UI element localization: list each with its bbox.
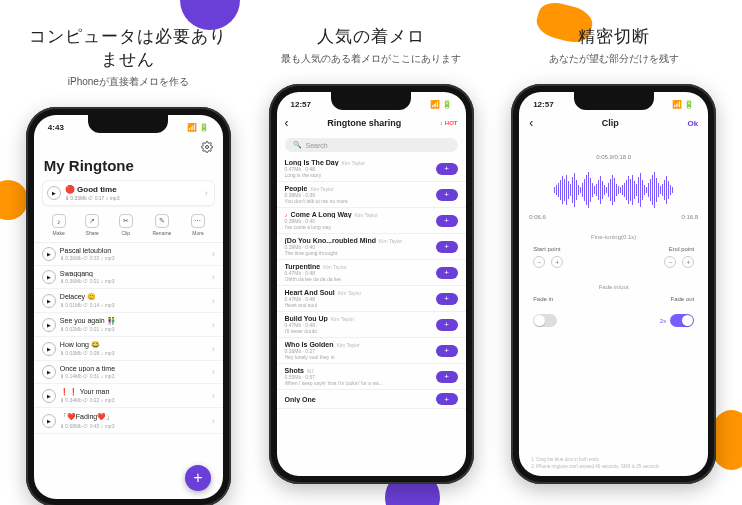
list-item[interactable]: ▶How long 😂⬇ 0.03Mb ⏱ 0:28 ♪ mp3›	[34, 337, 223, 361]
svg-point-0	[205, 146, 208, 149]
row-title: Pascal letoublon	[60, 247, 208, 254]
row-sub: I'll never doubt	[285, 328, 431, 334]
action-rename[interactable]: ✎Rename	[152, 214, 171, 236]
row-sub: When I keep sayin' that I'm lookin' for …	[285, 380, 431, 386]
row-title: Shots	[285, 367, 304, 374]
fade-in-toggle[interactable]	[533, 314, 557, 327]
chevron-right-icon: ›	[212, 249, 215, 259]
play-icon[interactable]: ▶	[42, 294, 56, 308]
hot-tab[interactable]: ↕ HOT	[440, 120, 458, 126]
list-item[interactable]: (Do You Kno...roubled MindKim Taylor0.39…	[277, 234, 466, 260]
phone-frame: 12:57 📶🔋 ‹ Clip Ok 0:05.9/0:18.0 0:06.6 …	[511, 84, 716, 484]
row-meta: ⬇ 0.01Mb ⏱ 0:14 ♪ mp3	[60, 302, 208, 308]
list-item[interactable]: ▶See you again 👫⬇ 0.02Mb ⏱ 0:21 ♪ mp3›	[34, 313, 223, 337]
row-artist: Kim Taylor	[331, 316, 354, 322]
list-item[interactable]: ShotsMJ0.55Mb · 0:57When I keep sayin' t…	[277, 364, 466, 390]
list-item[interactable]: TurpentineKim Taylor0.47Mb · 0:48Ohhh da…	[277, 260, 466, 286]
list-item[interactable]: Long Is The DayKim Taylor0.47Mb · 0:48Lo…	[277, 156, 466, 182]
chevron-right-icon: ›	[212, 391, 215, 401]
back-icon[interactable]: ‹	[285, 116, 289, 130]
row-sub: Long is the story	[285, 172, 431, 178]
ok-button[interactable]: Ok	[687, 119, 698, 128]
end-time: 0:16.8	[681, 214, 698, 220]
chevron-right-icon: ›	[212, 296, 215, 306]
list-item[interactable]: Heart And SoulKim Taylor0.47Mb · 0:48Hea…	[277, 286, 466, 312]
row-sub: Heart and soul	[285, 302, 431, 308]
add-pill-button[interactable]: +	[436, 241, 458, 253]
list-item[interactable]: ▶Pascal letoublon⬇ 0.36Mb ⏱ 0:33 ♪ mp3›	[34, 243, 223, 266]
list-item[interactable]: ▶Delacey 😊⬇ 0.01Mb ⏱ 0:14 ♪ mp3›	[34, 289, 223, 313]
list-item[interactable]: ♪ Come A Long WayKim Taylor0.39Mb · 0:40…	[277, 208, 466, 234]
row-sub: Hey lonely soul they in	[285, 354, 431, 360]
play-icon[interactable]: ▶	[42, 270, 56, 284]
subline: iPhoneが直接着メロを作る	[68, 75, 189, 89]
play-icon[interactable]: ▶	[42, 247, 56, 261]
list-item[interactable]: ▶❗❗ Your man⬇ 0.34Mb ⏱ 0:22 ♪ mp3›	[34, 384, 223, 408]
subline: あなたが望む部分だけを残す	[549, 52, 679, 66]
row-title: Delacey 😊	[60, 293, 208, 301]
row-sub: You don't talk to me no more	[285, 198, 431, 204]
list-item[interactable]: Who Is GoldenKim Taylor0.26Mb · 0:27Hey …	[277, 338, 466, 364]
row-sub: The time going throught	[285, 250, 431, 256]
row-title: Come A Long Way	[291, 211, 352, 218]
row-meta: ⬇ 0.36Mb ⏱ 0:21 ♪ mp3	[60, 278, 208, 284]
play-icon[interactable]: ▶	[42, 318, 56, 332]
more-icon: ⋯	[191, 214, 205, 228]
row-meta: ⬇ 0.02Mb ⏱ 0:21 ♪ mp3	[60, 326, 208, 332]
start-plus-button[interactable]: +	[551, 256, 563, 268]
list-item[interactable]: ▶Once upon a time⬇ 0.14Mb ⏱ 0:31 ♪ mp3›	[34, 361, 223, 384]
fade-out-toggle[interactable]	[670, 314, 694, 327]
list-item[interactable]: Build You UpKim Taylor0.47Mb · 0:48I'll …	[277, 312, 466, 338]
featured-meta: ⬇ 0.33Mb ⏱ 0:17 ♪ mp3	[65, 195, 201, 201]
list-item[interactable]: ▶Swaggang⬇ 0.36Mb ⏱ 0:21 ♪ mp3›	[34, 266, 223, 289]
chevron-right-icon: ›	[212, 320, 215, 330]
end-plus-button[interactable]: +	[682, 256, 694, 268]
clip-icon: ✂	[119, 214, 133, 228]
gear-icon[interactable]	[201, 141, 213, 153]
headline: 人気の着メロ	[317, 25, 425, 48]
status-time: 4:43	[48, 123, 64, 132]
start-minus-button[interactable]: −	[533, 256, 545, 268]
play-icon[interactable]: ▶	[42, 389, 56, 403]
add-button[interactable]: +	[185, 465, 211, 491]
rename-icon: ✎	[155, 214, 169, 228]
row-artist: Kim Taylor	[337, 342, 360, 348]
featured-row[interactable]: ▶ 🔴 Good time ⬇ 0.33Mb ⏱ 0:17 ♪ mp3 ›	[42, 180, 215, 206]
row-artist: Kim Taylor	[338, 290, 361, 296]
play-icon[interactable]: ▶	[42, 365, 56, 379]
add-pill-button[interactable]: +	[436, 163, 458, 175]
add-pill-button[interactable]: +	[436, 319, 458, 331]
action-make[interactable]: ♪Make	[52, 214, 66, 236]
row-title: Once upon a time	[60, 365, 208, 372]
list-item[interactable]: ▶「❤️Fading❤️」⬇ 0.68Mb ⏱ 0:45 ♪ mp3›	[34, 408, 223, 434]
action-share[interactable]: ↗Share	[85, 214, 99, 236]
list-item[interactable]: Only One+	[277, 390, 466, 409]
add-pill-button[interactable]: +	[436, 189, 458, 201]
add-pill-button[interactable]: +	[436, 371, 458, 383]
end-minus-button[interactable]: −	[664, 256, 676, 268]
chevron-right-icon: ›	[212, 367, 215, 377]
add-pill-button[interactable]: +	[436, 393, 458, 405]
back-icon[interactable]: ‹	[529, 116, 533, 130]
row-title: People	[285, 185, 308, 192]
page-title: My Ringtone	[34, 155, 223, 180]
add-pill-button[interactable]: +	[436, 345, 458, 357]
row-title: Only One	[285, 396, 316, 403]
add-pill-button[interactable]: +	[436, 293, 458, 305]
play-icon[interactable]: ▶	[42, 342, 56, 356]
headline: コンピュータは必要ありません	[22, 25, 235, 71]
search-input[interactable]: 🔍 Search	[285, 138, 458, 152]
action-more[interactable]: ⋯More	[191, 214, 205, 236]
list-item[interactable]: PeopleKim Taylor0.38Mb · 0:39You don't t…	[277, 182, 466, 208]
play-icon[interactable]: ▶	[47, 186, 61, 200]
play-icon[interactable]: ▶	[42, 414, 56, 428]
waveform[interactable]	[529, 170, 698, 210]
status-bar: 12:57 📶🔋	[519, 92, 708, 112]
action-clip[interactable]: ✂Clip	[119, 214, 133, 236]
footnote: 1. Drag the blue dots in both ends 2. iP…	[519, 457, 708, 470]
screenshot-1: コンピュータは必要ありません iPhoneが直接着メロを作る 4:43 📶🔋 M…	[22, 25, 235, 505]
add-pill-button[interactable]: +	[436, 267, 458, 279]
end-point-label: End point	[669, 246, 694, 252]
row-artist: Kim Taylor	[355, 212, 378, 218]
add-pill-button[interactable]: +	[436, 215, 458, 227]
